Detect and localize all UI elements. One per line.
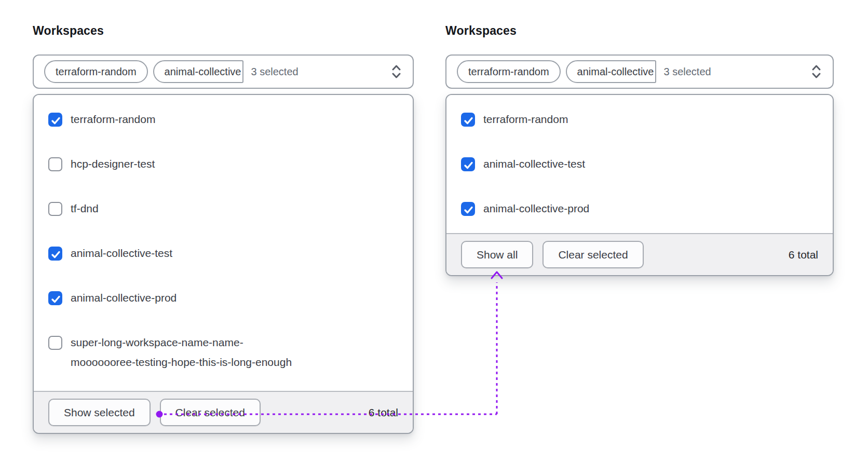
list-item[interactable]: terraform-random <box>34 97 413 142</box>
dropdown-footer: Show all Clear selected 6 total <box>446 233 833 275</box>
total-count-text: 6 total <box>789 249 818 261</box>
chevrons-up-down-icon <box>810 63 822 80</box>
checkbox[interactable] <box>461 157 475 171</box>
workspace-option-label: animal-collective-test <box>71 246 172 261</box>
checkbox[interactable] <box>48 202 62 216</box>
checkbox[interactable] <box>461 113 475 127</box>
clear-selected-button[interactable]: Clear selected <box>542 241 643 268</box>
clear-selected-button[interactable]: Clear selected <box>160 399 261 426</box>
list-item[interactable]: hcp-designer-test <box>34 142 413 186</box>
checkbox[interactable] <box>48 336 62 350</box>
workspaces-label: Workspaces <box>33 24 414 38</box>
checkbox[interactable] <box>48 113 62 127</box>
list-item[interactable]: animal-collective-prod <box>446 186 833 231</box>
selected-count-text: 3 selected <box>663 66 711 78</box>
workspace-option-label: hcp-designer-test <box>71 157 155 171</box>
chevrons-up-down-icon <box>390 63 402 80</box>
show-all-button[interactable]: Show all <box>461 241 533 268</box>
list-item[interactable]: animal-collective-test <box>446 142 833 186</box>
workspace-option-label: terraform-random <box>483 112 568 127</box>
list-item[interactable]: tf-dnd <box>34 186 413 231</box>
tag-animal-collective-truncated: animal-collective <box>566 60 657 83</box>
list-item[interactable]: terraform-random <box>446 97 833 142</box>
selected-count-text: 3 selected <box>251 66 298 78</box>
multiselect-toggle[interactable]: terraform-random animal-collective 3 sel… <box>445 55 834 89</box>
multiselect-toggle[interactable]: terraform-random animal-collective 3 sel… <box>33 55 414 89</box>
tag-terraform-random: terraform-random <box>44 60 148 83</box>
workspace-option-label: animal-collective-prod <box>71 291 177 305</box>
workspace-option-label: terraform-random <box>71 112 155 127</box>
total-count-text: 6 total <box>369 406 398 419</box>
list-item[interactable]: animal-collective-prod <box>34 276 413 320</box>
left-workspaces-panel: Workspaces terraform-random animal-colle… <box>33 24 414 434</box>
checkbox[interactable] <box>48 291 62 305</box>
multiselect-demo-stage: Workspaces terraform-random animal-colle… <box>0 0 868 463</box>
tag-animal-collective-truncated: animal-collective <box>153 60 244 83</box>
workspaces-label: Workspaces <box>445 24 834 38</box>
list-item[interactable]: animal-collective-test <box>34 231 413 276</box>
right-workspaces-panel: Workspaces terraform-random animal-colle… <box>445 24 834 276</box>
workspace-option-list: terraform-random hcp-designer-test <box>34 95 413 391</box>
workspaces-dropdown: terraform-random hcp-designer-test <box>33 94 414 434</box>
workspace-option-label: animal-collective-test <box>483 157 585 171</box>
workspace-option-label: tf-dnd <box>71 201 99 216</box>
checkbox[interactable] <box>48 247 62 261</box>
workspace-option-label: super-long-workspace-name-name- moooooor… <box>71 335 292 370</box>
show-selected-button[interactable]: Show selected <box>48 399 151 426</box>
checkbox[interactable] <box>461 202 475 216</box>
tag-terraform-random: terraform-random <box>457 60 561 83</box>
workspace-option-label: animal-collective-prod <box>483 201 589 216</box>
checkbox[interactable] <box>48 157 62 171</box>
dropdown-footer: Show selected Clear selected 6 total <box>34 391 413 433</box>
workspaces-dropdown: terraform-random animal-collective-test <box>445 94 834 276</box>
workspace-option-list: terraform-random animal-collective-test <box>446 95 833 233</box>
list-item[interactable]: super-long-workspace-name-name- moooooor… <box>34 320 413 385</box>
